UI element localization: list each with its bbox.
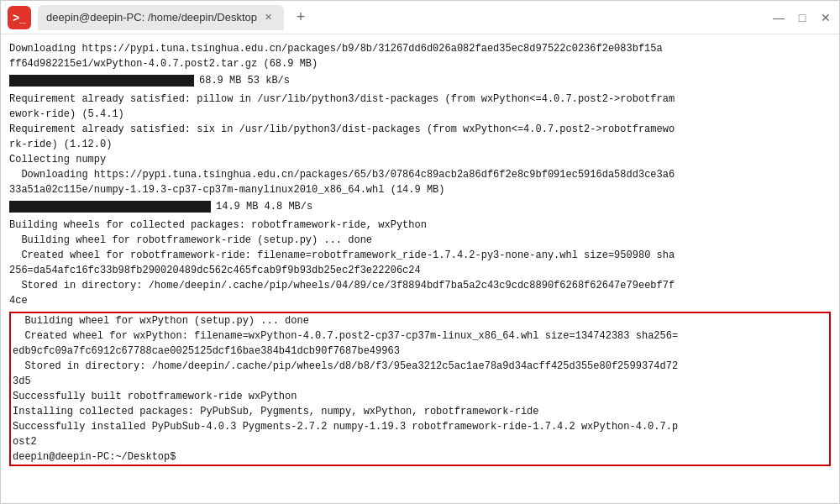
output-line-10: Building wheels for collected packages: … bbox=[9, 218, 831, 233]
output-line-5: Requirement already satisfied: six in /u… bbox=[9, 122, 831, 137]
titlebar: >_ deepin@deepin-PC: /home/deepin/Deskto… bbox=[1, 1, 839, 34]
output-line-11: Building wheel for robotframework-ride (… bbox=[9, 233, 831, 248]
progress-bar-2: 14.9 MB 4.8 MB/s bbox=[9, 199, 312, 214]
highlighted-line-7: Installing collected packages: PyPubSub,… bbox=[13, 404, 827, 419]
terminal-output[interactable]: Downloading https://pypi.tuna.tsinghua.e… bbox=[1, 34, 839, 503]
output-line-13: 256=da54afc16fc33b98fb290020489dc562c465… bbox=[9, 263, 831, 278]
terminal-window: >_ deepin@deepin-PC: /home/deepin/Deskto… bbox=[0, 0, 840, 504]
highlighted-output-section: Building wheel for wxPython (setup.py) .… bbox=[9, 312, 831, 466]
output-line-1: Downloading https://pypi.tuna.tsinghua.e… bbox=[9, 41, 831, 56]
highlighted-line-3: edb9cfc09a7fc6912c67788cae0025125dcf16ba… bbox=[13, 344, 827, 359]
progress-fill-1 bbox=[9, 75, 194, 87]
output-line-15: 4ce bbox=[9, 293, 831, 308]
window-controls: — □ ✕ bbox=[772, 11, 832, 24]
tab-close-button[interactable]: ✕ bbox=[262, 11, 276, 24]
terminal-icon-symbol: >_ bbox=[13, 11, 26, 24]
output-line-2: ff64d982215e1/wxPython-4.0.7.post2.tar.g… bbox=[9, 56, 831, 71]
minimize-button[interactable]: — bbox=[772, 11, 785, 24]
highlighted-line-5: 3d5 bbox=[13, 374, 827, 389]
progress-text-1: 68.9 MB 53 kB/s bbox=[199, 73, 290, 88]
progress-fill-2 bbox=[9, 201, 211, 213]
output-line-12: Created wheel for robotframework-ride: f… bbox=[9, 248, 831, 263]
progress-bar-1: 68.9 MB 53 kB/s bbox=[9, 73, 290, 88]
highlighted-line-6: Successfully built robotframework-ride w… bbox=[13, 389, 827, 404]
output-line-4: ework-ride) (5.4.1) bbox=[9, 107, 831, 122]
output-line-6: rk-ride) (1.12.0) bbox=[9, 137, 831, 152]
highlighted-line-10: deepin@deepin-PC:~/Desktop$ bbox=[13, 449, 827, 465]
tab-label: deepin@deepin-PC: /home/deepin/Desktop bbox=[46, 11, 257, 24]
output-line-3: Requirement already satisfied: pillow in… bbox=[9, 92, 831, 107]
highlighted-line-9: ost2 bbox=[13, 434, 827, 449]
output-line-14: Stored in directory: /home/deepin/.cache… bbox=[9, 278, 831, 293]
terminal-app-icon: >_ bbox=[8, 6, 31, 29]
highlighted-line-8: Successfully installed PyPubSub-4.0.3 Py… bbox=[13, 419, 827, 434]
highlighted-line-4: Stored in directory: /home/deepin/.cache… bbox=[13, 359, 827, 374]
active-tab[interactable]: deepin@deepin-PC: /home/deepin/Desktop ✕ bbox=[38, 5, 284, 30]
output-line-8: Downloading https://pypi.tuna.tsinghua.e… bbox=[9, 167, 831, 182]
new-tab-button[interactable]: + bbox=[289, 6, 312, 29]
output-line-7: Collecting numpy bbox=[9, 152, 831, 167]
maximize-button[interactable]: □ bbox=[795, 11, 809, 24]
close-button[interactable]: ✕ bbox=[819, 11, 832, 24]
highlighted-line-2: Created wheel for wxPython: filename=wxP… bbox=[13, 328, 827, 344]
progress-text-2: 14.9 MB 4.8 MB/s bbox=[216, 199, 312, 214]
output-line-9: 33a51a02c115e/numpy-1.19.3-cp37-cp37m-ma… bbox=[9, 182, 831, 197]
highlighted-line-1: Building wheel for wxPython (setup.py) .… bbox=[13, 313, 827, 328]
